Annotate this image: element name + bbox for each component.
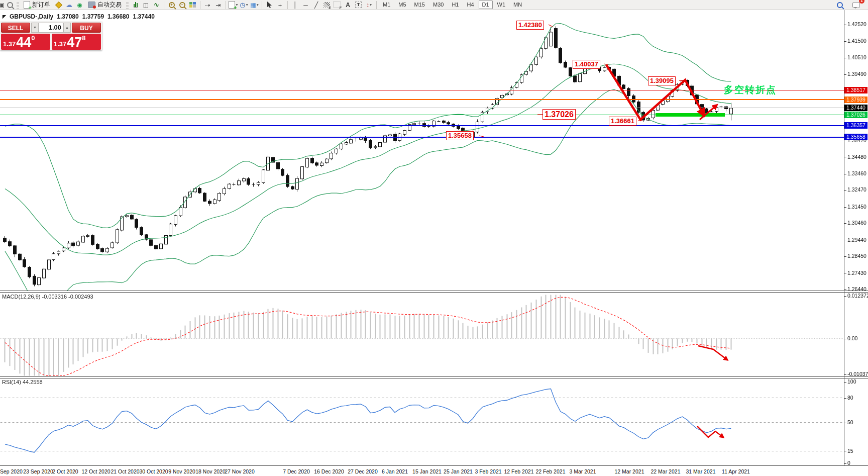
hline-1.38517[interactable] [0,90,844,90]
toolbar-separator [226,1,226,9]
date-label: 30 Oct 2020 [139,468,168,474]
search-button[interactable] [835,1,844,9]
macd-axis-tick: -0.010374 [844,371,868,377]
text-label-icon: T [355,2,362,8]
toolbar-separator [376,1,377,9]
chart-shift-button[interactable]: ⇢ [203,1,212,9]
templates-button[interactable]: ▦▾ [250,1,259,9]
zoom-in-button[interactable]: + [167,1,176,9]
price-badge-1.37939: 1.37939 [844,97,867,103]
timeframe-button-w1[interactable]: W1 [494,1,509,9]
hline-1.35658[interactable] [0,137,844,138]
date-label: 31 Mar 2021 [686,468,716,474]
sell-price[interactable]: 1.37 44 0 [1,34,50,50]
cursor-button[interactable] [265,1,274,9]
date-label: 22 Feb 2021 [536,468,566,474]
timeframe-button-d1[interactable]: D1 [479,1,493,9]
hline-1.3744[interactable] [0,108,844,108]
price-tick: 1.30460 [844,220,866,226]
vertical-line-button[interactable]: │ [290,1,300,9]
price-annotation-1.39095[interactable]: 1.39095 [648,76,676,85]
date-label: 18 Nov 2020 [195,468,226,474]
volume-up-button[interactable]: ▲ [63,23,71,33]
periodicity-button[interactable]: ◷▾ [239,1,249,9]
equidistant-channel-button[interactable]: E [322,1,332,9]
toolbar: ▣ + 新订单 ☁ ◉ 自动交易 ◫ ∿ + − ⇢ ⇥ +▾ ◷▾ ▦▾ ＋ [0,0,868,10]
timeframe-button-mn[interactable]: MN [510,1,525,9]
symbol-period: GBPUSD-,Daily [10,13,53,20]
new-chart-button[interactable]: +▾ [229,1,238,9]
chart-canvas[interactable] [0,0,868,476]
search-icon [837,2,843,8]
date-label: 11 Apr 2021 [722,468,750,474]
trendline-button[interactable]: ╱ [311,1,321,9]
signals-icon[interactable]: ◉ [75,1,84,9]
fibonacci-button[interactable]: F [333,1,342,9]
tile-windows-button[interactable] [188,1,197,9]
horizontal-line-button[interactable]: ─ [301,1,310,9]
volume-down-button[interactable]: ▼ [31,23,39,33]
arrows-button[interactable]: ↕▾ [364,1,374,9]
price-annotation-1.40037[interactable]: 1.40037 [573,60,600,69]
buy-price[interactable]: 1.37 47 8 [52,34,101,50]
date-label: 7 Dec 2020 [283,468,310,474]
chart-title: ◤ GBPUSD-,Daily 1.37080 1.37759 1.36680 … [3,13,155,20]
date-label: 3 Mar 2021 [569,468,596,474]
panel-separator[interactable] [0,376,868,378]
hline-1.36357[interactable] [0,125,844,126]
notifications-button[interactable]: 1 [851,1,861,9]
date-label: 6 Jan 2021 [382,468,408,474]
timeframe-button-h1[interactable]: H1 [448,1,462,9]
price-annotation-1.37026[interactable]: 1.37026 [542,109,576,120]
crosshair-button[interactable]: ＋ [275,1,285,9]
price-axis[interactable]: 1.425201.415001.405101.394901.384801.374… [844,0,868,476]
timeframe-button-h4[interactable]: H4 [463,1,477,9]
price-badge-1.37026: 1.37026 [844,112,867,118]
autotrading-button[interactable]: 自动交易 [85,1,124,10]
panel-separator[interactable] [0,291,868,293]
new-order-button[interactable]: + 新订单 [21,1,53,10]
tile-windows-icon [189,2,196,8]
market-button[interactable] [54,1,63,9]
date-label: 2 Oct 2020 [52,468,78,474]
date-label: 12 Mar 2021 [615,468,644,474]
chart-bottom-border [0,465,868,466]
date-label: 3 Feb 2021 [475,468,501,474]
macd-axis-tick: 0.00 [844,335,857,341]
text-button[interactable]: A [343,1,353,9]
date-axis[interactable]: 4 Sep 202023 Sep 20202 Oct 202012 Oct 20… [0,467,868,476]
volume-field[interactable]: 1.00 [39,23,63,33]
date-label: 4 Sep 2020 [0,468,23,474]
price-tick: 1.33460 [844,170,866,176]
one-click-trading-panel: SELL ▼ 1.00 ▲ BUY 1.37 44 0 1.37 47 8 [0,22,102,50]
zoom-out-icon: − [179,2,185,8]
support-highlight-bar[interactable] [656,113,725,117]
price-badge-1.37440: 1.37440 [844,105,867,111]
timeframe-button-m5[interactable]: M5 [395,1,409,9]
timeframe-button-m15[interactable]: M15 [411,1,428,9]
community-icon[interactable]: ☁ [64,1,74,9]
turning-point-text[interactable]: 多空转折点 [724,83,777,97]
buy-button[interactable]: BUY [72,23,101,33]
toolbar-right-group: 1 [835,1,861,9]
price-badge-1.36357: 1.36357 [844,122,867,129]
price-tick: 1.42520 [844,21,866,27]
timeframe-button-m30[interactable]: M30 [429,1,447,9]
sell-button[interactable]: SELL [1,23,30,33]
price-annotation-1.35658[interactable]: 1.35658 [446,131,474,140]
timeframe-button-m1[interactable]: M1 [379,1,394,9]
toolbar-grip [126,2,129,9]
candlestick-chart-button[interactable]: ◫ [141,1,151,9]
chart-window-icon[interactable]: ▣ [0,1,4,9]
price-annotation-1.42380[interactable]: 1.42380 [516,21,544,30]
price-annotation-1.36661[interactable]: 1.36661 [609,117,636,126]
line-chart-button[interactable]: ∿ [152,1,161,9]
bar-chart-button[interactable] [131,1,140,9]
ohlc-high: 1.37759 [82,13,104,20]
zoom-out-button[interactable]: − [177,1,187,9]
hline-1.37939[interactable] [0,99,844,100]
one-click-toggle-icon[interactable]: ◤ [3,14,6,19]
print-preview-button[interactable] [5,1,15,9]
auto-scroll-button[interactable]: ⇥ [213,1,223,9]
text-label-button[interactable]: T [354,1,363,9]
